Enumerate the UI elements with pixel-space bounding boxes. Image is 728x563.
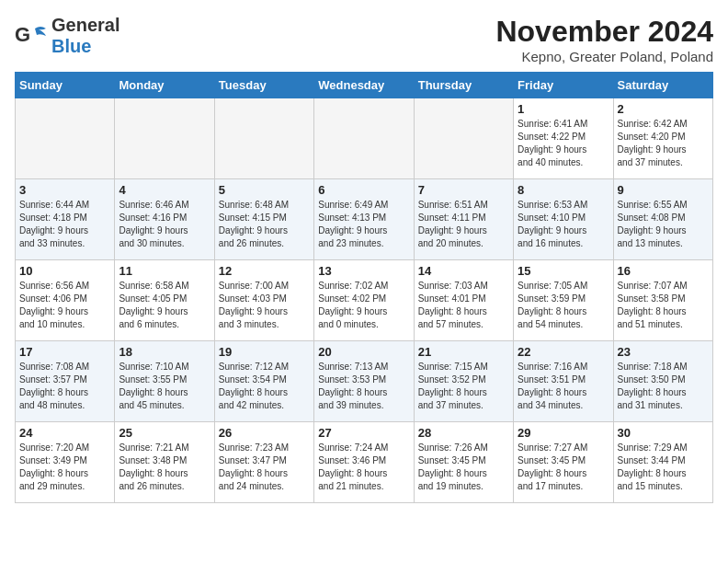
day-number: 26	[219, 426, 310, 440]
day-number: 24	[19, 426, 110, 440]
calendar-day-cell	[414, 98, 513, 179]
calendar-table: Sunday Monday Tuesday Wednesday Thursday…	[15, 72, 713, 503]
day-number: 5	[219, 183, 310, 197]
calendar-day-cell: 28Sunrise: 7:26 AMSunset: 3:45 PMDayligh…	[414, 422, 513, 503]
header-friday: Friday	[514, 73, 613, 98]
calendar-day-cell: 6Sunrise: 6:49 AMSunset: 4:13 PMDaylight…	[314, 179, 414, 260]
calendar-day-cell: 26Sunrise: 7:23 AMSunset: 3:47 PMDayligh…	[214, 422, 313, 503]
day-number: 15	[518, 264, 609, 278]
day-info: Sunrise: 7:07 AMSunset: 3:58 PMDaylight:…	[618, 280, 709, 331]
day-info: Sunrise: 6:41 AMSunset: 4:22 PMDaylight:…	[518, 118, 609, 169]
day-number: 3	[19, 183, 110, 197]
calendar-week-row: 3Sunrise: 6:44 AMSunset: 4:18 PMDaylight…	[16, 179, 713, 260]
calendar-day-cell: 4Sunrise: 6:46 AMSunset: 4:16 PMDaylight…	[115, 179, 214, 260]
day-info: Sunrise: 6:49 AMSunset: 4:13 PMDaylight:…	[318, 199, 409, 250]
day-number: 20	[318, 345, 409, 359]
calendar-day-cell: 21Sunrise: 7:15 AMSunset: 3:52 PMDayligh…	[414, 341, 513, 422]
logo-blue: Blue	[51, 36, 91, 56]
day-info: Sunrise: 7:23 AMSunset: 3:47 PMDaylight:…	[219, 442, 310, 493]
svg-text:G: G	[15, 23, 30, 46]
calendar-day-cell: 16Sunrise: 7:07 AMSunset: 3:58 PMDayligh…	[613, 260, 712, 341]
calendar-day-cell: 5Sunrise: 6:48 AMSunset: 4:15 PMDaylight…	[214, 179, 313, 260]
day-number: 6	[318, 183, 409, 197]
day-number: 13	[318, 264, 409, 278]
day-info: Sunrise: 6:42 AMSunset: 4:20 PMDaylight:…	[618, 118, 709, 169]
calendar-day-cell: 13Sunrise: 7:02 AMSunset: 4:02 PMDayligh…	[314, 260, 414, 341]
month-title: November 2024	[495, 15, 713, 49]
calendar-day-cell: 14Sunrise: 7:03 AMSunset: 4:01 PMDayligh…	[414, 260, 513, 341]
calendar-day-cell: 7Sunrise: 6:51 AMSunset: 4:11 PMDaylight…	[414, 179, 513, 260]
day-number: 21	[418, 345, 509, 359]
day-info: Sunrise: 7:05 AMSunset: 3:59 PMDaylight:…	[518, 280, 609, 331]
logo-icon: G	[15, 23, 48, 49]
header-thursday: Thursday	[414, 73, 513, 98]
day-info: Sunrise: 6:46 AMSunset: 4:16 PMDaylight:…	[119, 199, 210, 250]
calendar-day-cell: 22Sunrise: 7:16 AMSunset: 3:51 PMDayligh…	[514, 341, 613, 422]
day-info: Sunrise: 7:13 AMSunset: 3:53 PMDaylight:…	[318, 361, 409, 412]
title-block: November 2024 Kepno, Greater Poland, Pol…	[495, 15, 713, 64]
calendar-day-cell	[115, 98, 214, 179]
day-info: Sunrise: 7:27 AMSunset: 3:45 PMDaylight:…	[518, 442, 609, 493]
calendar-day-cell: 3Sunrise: 6:44 AMSunset: 4:18 PMDaylight…	[16, 179, 115, 260]
calendar-day-cell	[314, 98, 414, 179]
calendar-day-cell: 29Sunrise: 7:27 AMSunset: 3:45 PMDayligh…	[514, 422, 613, 503]
day-info: Sunrise: 6:53 AMSunset: 4:10 PMDaylight:…	[518, 199, 609, 250]
day-info: Sunrise: 7:15 AMSunset: 3:52 PMDaylight:…	[418, 361, 509, 412]
day-number: 10	[19, 264, 110, 278]
day-info: Sunrise: 7:20 AMSunset: 3:49 PMDaylight:…	[19, 442, 110, 493]
header-saturday: Saturday	[613, 73, 712, 98]
day-info: Sunrise: 7:03 AMSunset: 4:01 PMDaylight:…	[418, 280, 509, 331]
day-info: Sunrise: 7:26 AMSunset: 3:45 PMDaylight:…	[418, 442, 509, 493]
calendar-day-cell: 18Sunrise: 7:10 AMSunset: 3:55 PMDayligh…	[115, 341, 214, 422]
day-number: 17	[19, 345, 110, 359]
day-info: Sunrise: 6:56 AMSunset: 4:06 PMDaylight:…	[19, 280, 110, 331]
calendar-week-row: 10Sunrise: 6:56 AMSunset: 4:06 PMDayligh…	[16, 260, 713, 341]
day-info: Sunrise: 6:48 AMSunset: 4:15 PMDaylight:…	[219, 199, 310, 250]
calendar-day-cell: 10Sunrise: 6:56 AMSunset: 4:06 PMDayligh…	[16, 260, 115, 341]
calendar-week-row: 17Sunrise: 7:08 AMSunset: 3:57 PMDayligh…	[16, 341, 713, 422]
day-number: 7	[418, 183, 509, 197]
calendar-day-cell: 30Sunrise: 7:29 AMSunset: 3:44 PMDayligh…	[613, 422, 712, 503]
day-number: 30	[618, 426, 709, 440]
calendar-week-row: 1Sunrise: 6:41 AMSunset: 4:22 PMDaylight…	[16, 98, 713, 179]
day-info: Sunrise: 7:29 AMSunset: 3:44 PMDaylight:…	[618, 442, 709, 493]
calendar-day-cell: 27Sunrise: 7:24 AMSunset: 3:46 PMDayligh…	[314, 422, 414, 503]
day-info: Sunrise: 6:51 AMSunset: 4:11 PMDaylight:…	[418, 199, 509, 250]
logo-general: General	[51, 15, 119, 35]
day-info: Sunrise: 6:44 AMSunset: 4:18 PMDaylight:…	[19, 199, 110, 250]
header-wednesday: Wednesday	[314, 73, 414, 98]
calendar-day-cell: 17Sunrise: 7:08 AMSunset: 3:57 PMDayligh…	[16, 341, 115, 422]
weekday-header-row: Sunday Monday Tuesday Wednesday Thursday…	[16, 73, 713, 98]
logo: G General Blue	[15, 15, 119, 57]
header: G General Blue November 2024 Kepno, Grea…	[15, 15, 713, 64]
calendar-day-cell: 11Sunrise: 6:58 AMSunset: 4:05 PMDayligh…	[115, 260, 214, 341]
day-number: 11	[119, 264, 210, 278]
day-number: 12	[219, 264, 310, 278]
calendar-day-cell: 15Sunrise: 7:05 AMSunset: 3:59 PMDayligh…	[514, 260, 613, 341]
day-number: 2	[618, 102, 709, 116]
day-number: 16	[618, 264, 709, 278]
calendar-day-cell: 1Sunrise: 6:41 AMSunset: 4:22 PMDaylight…	[514, 98, 613, 179]
day-number: 18	[119, 345, 210, 359]
day-number: 27	[318, 426, 409, 440]
day-info: Sunrise: 7:02 AMSunset: 4:02 PMDaylight:…	[318, 280, 409, 331]
day-info: Sunrise: 7:10 AMSunset: 3:55 PMDaylight:…	[119, 361, 210, 412]
calendar-day-cell: 8Sunrise: 6:53 AMSunset: 4:10 PMDaylight…	[514, 179, 613, 260]
day-number: 23	[618, 345, 709, 359]
calendar-day-cell: 19Sunrise: 7:12 AMSunset: 3:54 PMDayligh…	[214, 341, 313, 422]
day-info: Sunrise: 7:16 AMSunset: 3:51 PMDaylight:…	[518, 361, 609, 412]
location-subtitle: Kepno, Greater Poland, Poland	[495, 49, 713, 64]
calendar-day-cell: 24Sunrise: 7:20 AMSunset: 3:49 PMDayligh…	[16, 422, 115, 503]
day-info: Sunrise: 7:21 AMSunset: 3:48 PMDaylight:…	[119, 442, 210, 493]
header-tuesday: Tuesday	[214, 73, 313, 98]
day-number: 28	[418, 426, 509, 440]
calendar-day-cell: 20Sunrise: 7:13 AMSunset: 3:53 PMDayligh…	[314, 341, 414, 422]
day-number: 14	[418, 264, 509, 278]
day-number: 29	[518, 426, 609, 440]
calendar-day-cell: 23Sunrise: 7:18 AMSunset: 3:50 PMDayligh…	[613, 341, 712, 422]
day-number: 25	[119, 426, 210, 440]
calendar-day-cell	[214, 98, 313, 179]
day-info: Sunrise: 7:24 AMSunset: 3:46 PMDaylight:…	[318, 442, 409, 493]
calendar-day-cell	[16, 98, 115, 179]
day-number: 9	[618, 183, 709, 197]
